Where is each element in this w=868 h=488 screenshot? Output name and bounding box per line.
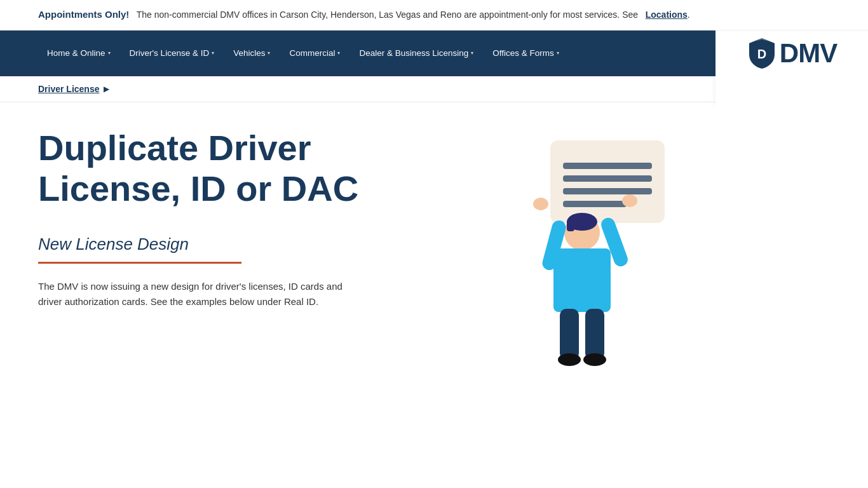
alert-locations-link[interactable]: Locations (646, 10, 688, 20)
nav-item-offices[interactable]: Offices & Forms ▾ (484, 43, 568, 63)
page-title: Duplicate Driver License, ID or DAC (38, 128, 419, 210)
nav-links: Home & Online ▾ Driver's License & ID ▾ … (38, 43, 830, 63)
svg-rect-15 (585, 309, 604, 360)
svg-rect-5 (563, 201, 627, 207)
nav-vehicles-label: Vehicles (233, 48, 265, 58)
svg-rect-2 (563, 163, 652, 169)
dmv-shield-icon: D (747, 37, 777, 70)
section-text: The DMV is now issuing a new design for … (38, 279, 343, 309)
nav-item-dealer[interactable]: Dealer & Business Licensing ▾ (350, 43, 482, 63)
breadcrumb-driver-license[interactable]: Driver License (38, 84, 100, 94)
nav-dealer-label: Dealer & Business Licensing (359, 48, 468, 58)
nav-item-drivers-license[interactable]: Driver's License & ID ▾ (121, 43, 224, 63)
alert-message: The non-commercial DMV offices in Carson… (137, 10, 638, 20)
nav-home-arrow: ▾ (108, 50, 111, 56)
illustration (487, 115, 690, 382)
svg-point-11 (622, 194, 637, 207)
breadcrumb-arrow: ▶ (104, 85, 109, 93)
nav-item-home[interactable]: Home & Online ▾ (38, 43, 119, 63)
nav-dealer-arrow: ▾ (471, 50, 473, 56)
svg-text:D: D (757, 47, 766, 61)
content-left: Duplicate Driver License, ID or DAC New … (38, 128, 419, 310)
breadcrumb: Driver License ▶ (0, 76, 715, 102)
svg-rect-14 (560, 309, 579, 360)
nav-item-vehicles[interactable]: Vehicles ▾ (224, 43, 279, 63)
main-content: Duplicate Driver License, ID or DAC New … (0, 102, 715, 336)
svg-point-13 (533, 198, 548, 210)
section-title: New License Design (38, 234, 419, 254)
svg-rect-8 (567, 220, 574, 231)
svg-rect-4 (563, 188, 652, 194)
svg-rect-3 (563, 175, 652, 182)
alert-bold-label: Appointments Only! (38, 9, 129, 20)
nav-dl-label: Driver's License & ID (130, 48, 210, 58)
nav-offices-label: Offices & Forms (492, 48, 554, 58)
nav-offices-arrow: ▾ (557, 50, 559, 56)
nav-home-label: Home & Online (47, 48, 105, 58)
nav-dl-arrow: ▾ (212, 50, 214, 56)
dmv-logo-text: DMV (780, 38, 837, 69)
illustration-svg (493, 121, 684, 376)
svg-point-17 (583, 353, 606, 366)
logo-area: D DMV (715, 30, 868, 158)
svg-point-16 (558, 353, 581, 366)
nav-vehicles-arrow: ▾ (268, 50, 270, 56)
svg-rect-9 (553, 248, 611, 312)
dmv-logo[interactable]: D DMV (747, 37, 837, 70)
nav-item-commercial[interactable]: Commercial ▾ (280, 43, 349, 63)
alert-after-link: . (688, 10, 690, 20)
nav-commercial-arrow: ▾ (337, 50, 340, 56)
alert-bar: Appointments Only! The non-commercial DM… (0, 0, 868, 30)
nav-bar: Home & Online ▾ Driver's License & ID ▾ … (0, 30, 868, 76)
section-divider (38, 262, 241, 264)
nav-commercial-label: Commercial (289, 48, 335, 58)
